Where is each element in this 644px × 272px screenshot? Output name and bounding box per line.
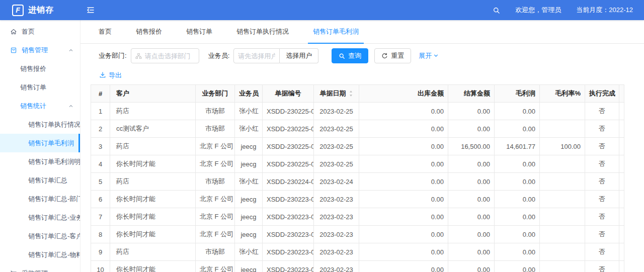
sidebar-item-label: 销售订单汇总-物料 <box>28 250 80 259</box>
table-cell: 7 <box>91 208 110 226</box>
table-cell <box>540 103 585 120</box>
table-cell: 3 <box>91 138 110 155</box>
export-label: 导出 <box>109 71 122 80</box>
sidebar-item[interactable]: 销售订单毛利润 <box>0 134 80 152</box>
results-table: #客户业务部门业务员单据编号单据日期出库金额结算金额毛利润毛利率%执行完成 1药… <box>91 84 624 272</box>
tab[interactable]: 销售订单 <box>186 20 212 43</box>
table-header-row: #客户业务部门业务员单据编号单据日期出库金额结算金额毛利润毛利率%执行完成 <box>91 85 624 103</box>
dept-select-input[interactable] <box>131 48 199 63</box>
sidebar-item[interactable]: 销售统计 <box>0 97 80 115</box>
column-header-label: 业务员 <box>239 89 259 98</box>
table-toolbar: 导出 <box>99 70 644 80</box>
table-cell: 你长时间才能 <box>110 261 196 272</box>
caret-up-down-icon[interactable] <box>349 90 353 97</box>
sidebar-item[interactable]: 首页 <box>0 22 80 41</box>
table-cell: jeecg <box>235 226 263 243</box>
search-button[interactable]: 查询 <box>332 48 368 63</box>
tab[interactable]: 首页 <box>99 20 112 43</box>
column-header: 单据编号 <box>263 85 314 103</box>
sidebar-item-label: 销售订单汇总-客户 <box>28 232 80 241</box>
table-cell: 0.00 <box>448 103 495 120</box>
tab-bar: 首页销售报价销售订单销售订单执行情况销售订单毛利润 <box>80 20 644 44</box>
table-cell <box>540 243 585 261</box>
sidebar-item[interactable]: 销售报价 <box>0 59 80 78</box>
table-cell: 2 <box>91 120 110 138</box>
column-header-label: # <box>99 90 102 98</box>
tab-active[interactable]: 销售订单毛利润 <box>313 20 359 43</box>
table-cell <box>619 243 624 261</box>
table-cell: 2023-02-23 <box>314 191 359 208</box>
sidebar-item-label: 销售订单汇总-业务员 <box>28 213 80 222</box>
sidebar-item-label: 销售管理 <box>22 46 48 55</box>
search-icon[interactable] <box>493 7 500 14</box>
sidebar-item[interactable]: 销售管理 <box>0 41 80 59</box>
sidebar-item[interactable]: 销售订单汇总-业务员 <box>0 208 80 227</box>
table-cell <box>619 138 624 155</box>
select-user-button[interactable]: 选择用户 <box>280 48 318 63</box>
table-cell: 药店 <box>110 103 196 120</box>
sidebar-item-label: 首页 <box>22 27 35 36</box>
menu-fold-icon[interactable] <box>87 6 95 14</box>
table-row: 4你长时间才能北京 F 公司jeecgXSDD-230225-0072023-0… <box>91 155 624 173</box>
tab-label: 销售报价 <box>136 27 162 36</box>
table-cell: 否 <box>585 120 619 138</box>
table-cell: 0.00 <box>359 191 448 208</box>
table-cell: 1 <box>91 103 110 120</box>
table-row: 6你长时间才能北京 F 公司jeecgXSDD-230223-0282023-0… <box>91 191 624 208</box>
table-row: 5药店市场部张小红XSDD-230224-0062023-02-240.000.… <box>91 173 624 191</box>
sidebar-item[interactable]: 销售订单汇总-客户 <box>0 227 80 245</box>
column-header-label: 出库金额 <box>418 89 444 98</box>
table-cell <box>540 261 585 272</box>
table-cell: 0.00 <box>495 120 540 138</box>
user-filter-label: 业务员: <box>208 51 230 60</box>
table-cell: 0.00 <box>495 226 540 243</box>
table-cell: 0.00 <box>359 120 448 138</box>
sidebar-item[interactable]: 销售订单毛利润明细 <box>0 152 80 171</box>
table-cell <box>540 191 585 208</box>
table-cell: 北京 F 公司 <box>196 138 235 155</box>
table-cell: 药店 <box>110 243 196 261</box>
table-cell: jeecg <box>235 155 263 173</box>
sidebar-item-label: 销售订单毛利润明细 <box>28 157 80 166</box>
sidebar-item-label: 销售统计 <box>20 102 46 111</box>
table-cell: 0.00 <box>448 120 495 138</box>
sidebar-item[interactable]: 销售订单执行情况 <box>0 115 80 134</box>
table-cell: XSDD-230224-006 <box>263 173 314 191</box>
table-cell: jeecg <box>235 261 263 272</box>
table-cell: 0.00 <box>495 243 540 261</box>
table-cell: 2023-02-25 <box>314 120 359 138</box>
download-icon <box>99 71 106 80</box>
table-cell: XSDD-230225-013 <box>263 120 314 138</box>
sidebar-item[interactable]: 销售订单汇总-物料 <box>0 245 80 264</box>
sidebar-item[interactable]: 销售订单汇总-部门 <box>0 190 80 208</box>
expand-toggle[interactable]: 展开 <box>419 51 439 60</box>
table-cell <box>619 208 624 226</box>
tab[interactable]: 销售订单执行情况 <box>236 20 289 43</box>
sidebar-item[interactable]: 销售订单 <box>0 78 80 97</box>
sidebar: 首页销售管理销售报价销售订单销售统计销售订单执行情况销售订单毛利润销售订单毛利润… <box>0 20 80 272</box>
sidebar-item[interactable]: 采购管理 <box>0 264 80 272</box>
user-select-input[interactable] <box>233 48 280 63</box>
user-input-field[interactable] <box>238 52 275 60</box>
table-cell: 张小红 <box>235 243 263 261</box>
table-cell: 9 <box>91 243 110 261</box>
export-button[interactable]: 导出 <box>99 70 122 80</box>
table-cell: jeecg <box>235 138 263 155</box>
tab-label: 首页 <box>99 27 112 36</box>
sidebar-menu: 首页销售管理销售报价销售订单销售统计销售订单执行情况销售订单毛利润销售订单毛利润… <box>0 22 80 272</box>
sidebar-item[interactable]: 销售订单汇总 <box>0 171 80 190</box>
dept-input-field[interactable] <box>145 52 195 60</box>
table-cell: 2023-02-25 <box>314 103 359 120</box>
column-header-label: 业务部门 <box>202 89 228 98</box>
tab[interactable]: 销售报价 <box>136 20 162 43</box>
chevron-down-icon <box>433 52 439 60</box>
table-cell: 0.00 <box>448 173 495 191</box>
table-cell: 2023-02-25 <box>314 155 359 173</box>
welcome-text: 欢迎您，管理员 <box>515 6 561 15</box>
column-header-sortable[interactable]: 单据日期 <box>314 85 359 103</box>
table-cell: XSDD-230225-021 <box>263 103 314 120</box>
table-cell: 市场部 <box>196 173 235 191</box>
reload-icon <box>381 53 388 59</box>
table-cell: 0.00 <box>495 208 540 226</box>
reset-button[interactable]: 重置 <box>374 48 411 63</box>
